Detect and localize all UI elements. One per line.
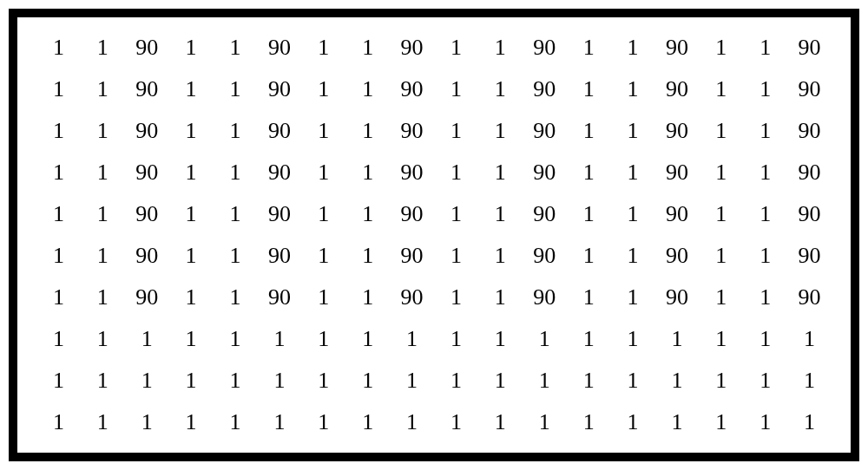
grid-cell: 1: [125, 409, 169, 435]
grid-cell: 1: [169, 118, 214, 144]
grid-cell: 1: [743, 326, 787, 352]
grid-cell: 1: [787, 368, 832, 394]
grid-cell: 1: [257, 368, 301, 394]
grid-cell: 1: [434, 35, 478, 61]
grid-cell: 90: [654, 284, 699, 310]
grid-cell: 1: [345, 243, 390, 269]
grid-cell: 1: [611, 409, 655, 435]
grid-cell: 1: [611, 368, 655, 394]
table-row: 1 1 90 1 1 90 1 1 90 1 1 90 1 1 90 1 1 9…: [36, 35, 832, 61]
grid-cell: 1: [743, 201, 787, 227]
grid-cell: 1: [125, 326, 169, 352]
grid-cell: 1: [36, 35, 81, 61]
grid-cell: 1: [523, 409, 567, 435]
grid-cell: 1: [36, 368, 81, 394]
number-grid-frame: 1 1 90 1 1 90 1 1 90 1 1 90 1 1 90 1 1 9…: [9, 9, 859, 461]
grid-cell: 1: [214, 201, 258, 227]
grid-cell: 1: [434, 284, 478, 310]
grid-cell: 90: [257, 160, 301, 186]
grid-cell: 1: [699, 118, 743, 144]
grid-cell: 1: [434, 118, 478, 144]
grid-cell: 1: [214, 160, 258, 186]
grid-cell: 90: [390, 201, 434, 227]
grid-cell: 90: [125, 160, 169, 186]
grid-cell: 1: [81, 243, 125, 269]
grid-cell: 1: [611, 284, 655, 310]
grid-cell: 1: [611, 243, 655, 269]
grid-cell: 1: [478, 35, 523, 61]
grid-cell: 1: [699, 160, 743, 186]
grid-cell: 1: [301, 409, 345, 435]
grid-cell: 90: [654, 243, 699, 269]
grid-cell: 1: [36, 160, 81, 186]
grid-cell: 90: [523, 201, 567, 227]
grid-cell: 1: [743, 118, 787, 144]
grid-cell: 1: [434, 160, 478, 186]
grid-cell: 1: [301, 326, 345, 352]
grid-cell: 1: [434, 243, 478, 269]
grid-cell: 1: [743, 409, 787, 435]
table-row: 1 1 1 1 1 1 1 1 1 1 1 1 1 1 1 1 1 1: [36, 368, 832, 394]
grid-cell: 1: [478, 409, 523, 435]
grid-cell: 1: [36, 326, 81, 352]
grid-cell: 1: [36, 76, 81, 102]
grid-cell: 1: [81, 326, 125, 352]
grid-cell: 1: [478, 160, 523, 186]
grid-cell: 1: [743, 76, 787, 102]
grid-cell: 90: [125, 243, 169, 269]
grid-cell: 1: [743, 160, 787, 186]
table-row: 1 1 90 1 1 90 1 1 90 1 1 90 1 1 90 1 1 9…: [36, 76, 832, 102]
grid-cell: 1: [699, 243, 743, 269]
grid-cell: 90: [787, 118, 832, 144]
grid-cell: 1: [214, 284, 258, 310]
grid-cell: 1: [214, 326, 258, 352]
grid-cell: 1: [699, 409, 743, 435]
grid-cell: 90: [257, 35, 301, 61]
grid-cell: 1: [345, 76, 390, 102]
table-row: 1 1 90 1 1 90 1 1 90 1 1 90 1 1 90 1 1 9…: [36, 284, 832, 310]
grid-cell: 1: [390, 326, 434, 352]
grid-cell: 1: [169, 326, 214, 352]
grid-cell: 1: [611, 326, 655, 352]
grid-cell: 1: [169, 76, 214, 102]
grid-cell: 90: [390, 118, 434, 144]
grid-cell: 1: [567, 201, 611, 227]
grid-cell: 1: [478, 243, 523, 269]
grid-cell: 1: [345, 35, 390, 61]
grid-cell: 1: [567, 243, 611, 269]
grid-cell: 1: [81, 368, 125, 394]
grid-cell: 1: [743, 243, 787, 269]
grid-cell: 1: [36, 243, 81, 269]
grid-cell: 1: [787, 409, 832, 435]
grid-cell: 1: [567, 35, 611, 61]
grid-cell: 1: [567, 118, 611, 144]
grid-cell: 1: [36, 284, 81, 310]
grid-cell: 90: [257, 76, 301, 102]
grid-cell: 1: [301, 160, 345, 186]
grid-cell: 90: [654, 201, 699, 227]
grid-cell: 1: [81, 409, 125, 435]
grid-cell: 1: [434, 409, 478, 435]
grid-cell: 1: [301, 76, 345, 102]
grid-cell: 1: [214, 76, 258, 102]
table-row: 1 1 90 1 1 90 1 1 90 1 1 90 1 1 90 1 1 9…: [36, 243, 832, 269]
grid-cell: 1: [169, 160, 214, 186]
grid-cell: 1: [611, 201, 655, 227]
grid-cell: 90: [654, 76, 699, 102]
grid-cell: 1: [699, 35, 743, 61]
grid-cell: 1: [434, 368, 478, 394]
grid-cell: 1: [611, 76, 655, 102]
grid-cell: 1: [478, 76, 523, 102]
grid-cell: 1: [390, 368, 434, 394]
grid-cell: 1: [214, 368, 258, 394]
grid-cell: 1: [523, 326, 567, 352]
grid-cell: 1: [567, 284, 611, 310]
grid-cell: 1: [214, 409, 258, 435]
grid-cell: 1: [567, 326, 611, 352]
grid-cell: 1: [611, 35, 655, 61]
grid-cell: 1: [523, 368, 567, 394]
grid-cell: 90: [125, 35, 169, 61]
grid-cell: 90: [257, 243, 301, 269]
grid-cell: 1: [125, 368, 169, 394]
grid-cell: 1: [345, 201, 390, 227]
